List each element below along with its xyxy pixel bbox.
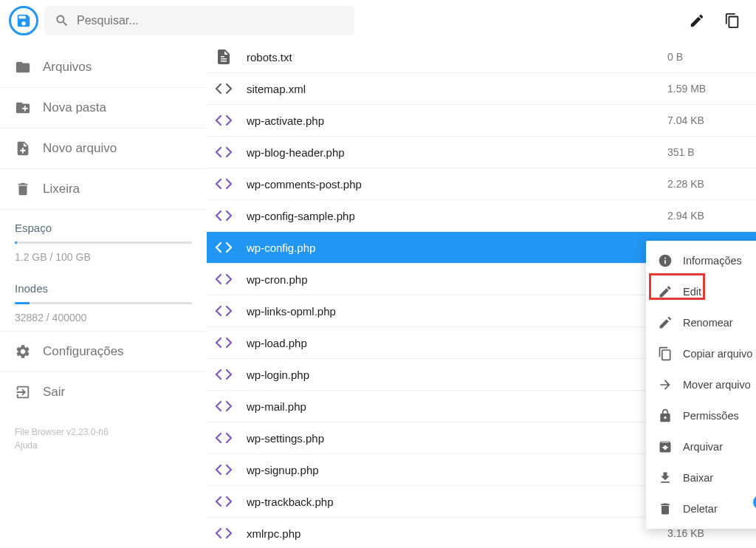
file-name: wp-mail.php <box>247 400 654 413</box>
sidebar-item-exit[interactable]: Sair <box>0 372 207 412</box>
file-row[interactable]: sitemap.xml1.59 MB <box>207 73 756 104</box>
delete-icon <box>658 501 673 516</box>
code-icon <box>214 333 233 352</box>
create_folder-icon <box>15 100 31 116</box>
file-name: wp-login.php <box>247 369 654 381</box>
lock-icon <box>658 408 673 423</box>
download-icon <box>658 470 673 485</box>
sidebar-item-trash[interactable]: Lixeira <box>0 169 207 209</box>
stats-value: 1.2 GB / 100 GB <box>15 251 192 263</box>
new_file-icon <box>15 140 31 157</box>
sidebar-item-label: Novo arquivo <box>43 141 117 156</box>
sidebar-item-create_folder[interactable]: Nova pasta <box>0 88 207 128</box>
menu-item-rename[interactable]: Renomear <box>646 307 756 338</box>
edit-icon <box>658 284 673 299</box>
code-icon <box>214 174 233 193</box>
header <box>0 0 756 41</box>
menu-item-label: Deletar <box>683 503 718 515</box>
folder-icon <box>15 59 31 75</box>
menu-item-label: Edit <box>683 286 701 298</box>
progress-bar <box>15 242 192 244</box>
file-size: 3.16 KB <box>667 527 741 539</box>
file-name: wp-config.php <box>247 242 654 254</box>
code-icon <box>214 143 233 162</box>
search-icon <box>55 13 69 28</box>
file-size: 351 B <box>667 146 741 158</box>
menu-item-lock[interactable]: Permissões <box>646 400 756 431</box>
menu-item-move[interactable]: Mover arquivo <box>646 369 756 400</box>
footer-info: File Browser v2.23.0-h6 Ajuda <box>0 412 207 465</box>
menu-item-download[interactable]: Baixar <box>646 462 756 493</box>
code-icon <box>214 301 233 321</box>
sidebar-item-label: Sair <box>43 385 65 400</box>
archive-icon <box>658 439 673 454</box>
menu-item-label: Baixar <box>683 472 713 484</box>
search-box[interactable] <box>44 6 354 35</box>
edit-button[interactable] <box>682 6 712 35</box>
sidebar-item-label: Lixeira <box>43 182 80 196</box>
context-menu: InformaçõesEditRenomearCopiar arquivoMov… <box>646 241 756 529</box>
menu-item-label: Informações <box>683 255 742 267</box>
file-name: wp-load.php <box>247 337 654 349</box>
version-label: File Browser v2.23.0-h6 <box>15 425 192 439</box>
app-logo[interactable] <box>9 6 38 35</box>
code-icon <box>214 270 233 289</box>
sidebar-item-label: Configurações <box>43 344 124 359</box>
sidebar-item-new_file[interactable]: Novo arquivo <box>0 129 207 168</box>
menu-item-label: Renomear <box>683 317 733 329</box>
edit-icon <box>689 13 705 29</box>
file-name: wp-comments-post.php <box>247 178 654 191</box>
file-row[interactable]: wp-config-sample.php2.94 KB <box>207 200 756 231</box>
file-row[interactable]: robots.txt0 B <box>207 41 756 72</box>
code-icon <box>214 365 233 384</box>
menu-item-label: Copiar arquivo <box>683 348 752 360</box>
search-input[interactable] <box>77 14 344 27</box>
copy-icon <box>658 346 673 361</box>
sidebar: ArquivosNova pastaNovo arquivoLixeira Es… <box>0 41 207 548</box>
move-icon <box>658 377 673 392</box>
sidebar-item-folder[interactable]: Arquivos <box>0 47 207 87</box>
menu-item-archive[interactable]: Arquivar <box>646 431 756 462</box>
copy-button[interactable] <box>718 6 747 35</box>
sidebar-item-label: Arquivos <box>43 60 92 75</box>
exit-icon <box>15 384 31 400</box>
file-name: wp-settings.php <box>247 432 654 445</box>
file-row[interactable]: wp-activate.php7.04 KB <box>207 105 756 136</box>
file-list: robots.txt0 Bsitemap.xml1.59 MBwp-activa… <box>207 41 756 548</box>
save-icon <box>16 13 32 29</box>
file-row[interactable]: wp-comments-post.php2.28 KB <box>207 168 756 199</box>
stats-label: Inodes <box>15 282 192 295</box>
help-link[interactable]: Ajuda <box>15 439 192 452</box>
file-name: wp-links-opml.php <box>247 305 654 318</box>
code-icon <box>214 206 233 225</box>
menu-item-copy[interactable]: Copiar arquivo <box>646 338 756 369</box>
doc-icon <box>214 47 233 66</box>
file-size: 2.28 KB <box>667 178 741 190</box>
stats-section: Espaço1.2 GB / 100 GB <box>0 210 207 270</box>
file-name: wp-signup.php <box>247 464 654 476</box>
code-icon <box>214 238 233 257</box>
file-name: wp-cron.php <box>247 273 654 286</box>
menu-item-edit[interactable]: Edit <box>646 276 756 307</box>
copy-icon <box>724 13 740 29</box>
menu-item-info[interactable]: Informações <box>646 245 756 276</box>
progress-bar <box>15 302 192 304</box>
rename-icon <box>658 315 673 330</box>
code-icon <box>214 492 233 511</box>
stats-value: 32882 / 400000 <box>15 312 192 323</box>
code-icon <box>214 397 233 416</box>
file-name: robots.txt <box>247 51 654 64</box>
file-name: wp-activate.php <box>247 114 654 127</box>
info-icon <box>658 253 673 268</box>
code-icon <box>214 111 233 130</box>
code-icon <box>214 524 233 543</box>
menu-item-delete[interactable]: Deletar <box>646 493 756 524</box>
sidebar-item-label: Nova pasta <box>43 100 106 115</box>
file-name: wp-config-sample.php <box>247 210 654 222</box>
trash-icon <box>15 181 31 197</box>
sidebar-item-settings[interactable]: Configurações <box>0 332 207 371</box>
stats-label: Espaço <box>15 222 192 234</box>
file-size: 7.04 KB <box>667 114 741 126</box>
file-row[interactable]: wp-blog-header.php351 B <box>207 137 756 168</box>
code-icon <box>214 460 233 479</box>
